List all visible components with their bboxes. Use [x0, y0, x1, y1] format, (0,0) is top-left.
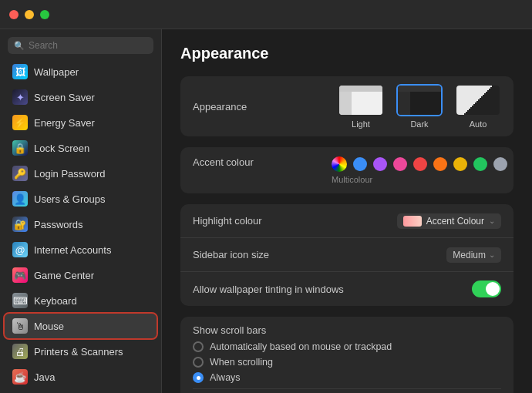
accent-dot-yellow[interactable] — [453, 157, 467, 171]
page-title: Appearance — [180, 45, 513, 62]
sidebar-icon-internetaccounts: @ — [12, 242, 28, 257]
accent-section: Accent colour Multicolour — [180, 147, 513, 193]
sidebar-icon-java: ☕ — [12, 369, 28, 385]
highlight-dropdown[interactable]: Accent Colour ⌄ — [397, 213, 501, 229]
sidebar-icon-dropdown[interactable]: Medium ⌄ — [446, 247, 501, 263]
scrollbar-option-auto[interactable]: Automatically based on mouse or trackpad — [180, 339, 513, 354]
accent-dot-red[interactable] — [413, 157, 427, 171]
radio-always[interactable] — [193, 372, 204, 383]
sidebar-icon-keyboard: ⌨ — [12, 293, 28, 308]
search-bar[interactable]: 🔍 — [8, 37, 153, 54]
thumb-label-dark: Dark — [410, 119, 428, 129]
main-layout: 🔍 🖼 Wallpaper ✦ Screen Saver ⚡ Energy Sa… — [0, 29, 532, 393]
highlight-value: Accent Colour — [426, 216, 484, 227]
sidebar-item-passwords[interactable]: 🔐 Passwords — [5, 212, 157, 237]
thumb-label-light: Light — [352, 119, 370, 129]
accent-dot-graphite[interactable] — [493, 157, 507, 171]
sidebar-icon-lockscreen: 🔒 — [12, 140, 28, 156]
sidebar-item-keyboard[interactable]: ⌨ Keyboard — [5, 288, 157, 313]
sidebar-label-passwords: Passwords — [34, 219, 83, 230]
sidebar-label-energysaver: Energy Saver — [34, 117, 95, 129]
minimize-button[interactable] — [25, 10, 34, 19]
highlight-swatch — [403, 216, 422, 227]
chevron-icon: ⌄ — [489, 217, 495, 225]
sidebar-icon-printers: 🖨 — [12, 344, 28, 359]
appearance-option-dark[interactable]: Dark — [396, 84, 443, 129]
accent-dot-pink[interactable] — [393, 157, 407, 171]
sidebar-item-loginpassword[interactable]: 🔑 Login Password — [5, 161, 157, 186]
sidebar-label-printers: Printers & Scanners — [34, 346, 123, 358]
scrollbars-section: Show scroll bars Automatically based on … — [180, 317, 513, 393]
accent-dot-purple[interactable] — [373, 157, 387, 171]
radio-scrolling[interactable] — [193, 357, 204, 368]
chevron-icon-2: ⌄ — [489, 250, 495, 259]
accent-row: Accent colour Multicolour — [180, 147, 513, 193]
sidebar-icon-energysaver: ⚡ — [12, 115, 28, 130]
thumb-img-light — [338, 84, 384, 116]
sidebar-icon-wallpaper: 🖼 — [12, 64, 28, 79]
sidebar-icon-mouse: 🖱 — [12, 318, 28, 334]
sidebar-item-internetaccounts[interactable]: @ Internet Accounts — [5, 237, 157, 262]
multicolour-label: Multicolour — [332, 175, 507, 184]
scrollbar-option-scrolling[interactable]: When scrolling — [180, 354, 513, 370]
sidebar-icon-loginpassword: 🔑 — [12, 166, 28, 181]
sidebar-item-energysaver[interactable]: ⚡ Energy Saver — [5, 110, 157, 135]
maximize-button[interactable] — [40, 10, 49, 19]
sidebar-icon-value: Medium — [453, 250, 486, 260]
sidebar-icon-screensaver: ✦ — [12, 89, 28, 105]
appearance-section: Appearance Light Dark Auto — [180, 76, 513, 136]
sidebar: 🔍 🖼 Wallpaper ✦ Screen Saver ⚡ Energy Sa… — [0, 29, 162, 393]
scrollbars-label: Show scroll bars — [180, 317, 513, 339]
search-icon: 🔍 — [14, 41, 25, 51]
sidebar-item-gamecenter[interactable]: 🎮 Game Center — [5, 263, 157, 287]
sidebar-label-java: Java — [34, 371, 55, 383]
sidebar-label-internetaccounts: Internet Accounts — [34, 244, 111, 256]
appearance-options: Light Dark Auto — [332, 84, 501, 129]
sidebar-item-wallpaper[interactable]: 🖼 Wallpaper — [5, 59, 157, 84]
wallpaper-tinting-control — [344, 280, 501, 297]
content-area: Appearance Appearance Light Dark — [162, 29, 532, 393]
appearance-label: Appearance — [193, 101, 332, 113]
sidebar-label-gamecenter: Game Center — [34, 270, 94, 281]
sidebar-list: 🖼 Wallpaper ✦ Screen Saver ⚡ Energy Save… — [0, 59, 161, 393]
sidebar-item-lockscreen[interactable]: 🔒 Lock Screen — [5, 136, 157, 160]
appearance-option-auto[interactable]: Auto — [455, 84, 501, 129]
radio-label-scrolling: When scrolling — [210, 357, 273, 368]
sidebar-item-java[interactable]: ☕ Java — [5, 364, 157, 389]
sidebar-icon-size-row: Sidebar icon size Medium ⌄ — [180, 238, 513, 272]
radio-label-auto: Automatically based on mouse or trackpad — [210, 341, 392, 352]
wallpaper-tinting-toggle[interactable] — [472, 280, 501, 297]
accent-dot-orange[interactable] — [433, 157, 447, 171]
sidebar-icon-usersgroups: 👤 — [12, 191, 28, 207]
sidebar-label-mouse: Mouse — [34, 321, 64, 332]
accent-options: Multicolour — [332, 156, 507, 184]
sidebar-label-screensaver: Screen Saver — [34, 92, 95, 103]
scrollbar-option-always[interactable]: Always — [180, 370, 513, 385]
sidebar-item-screensaver[interactable]: ✦ Screen Saver — [5, 85, 157, 109]
accent-label: Accent colour — [193, 156, 332, 168]
title-bar — [0, 0, 532, 29]
appearance-row: Appearance Light Dark Auto — [180, 76, 513, 136]
sidebar-label-keyboard: Keyboard — [34, 295, 77, 307]
radio-label-always: Always — [210, 372, 241, 383]
appearance-option-light[interactable]: Light — [338, 84, 384, 129]
sidebar-item-usersgroups[interactable]: 👤 Users & Groups — [5, 186, 157, 211]
sidebar-label-usersgroups: Users & Groups — [34, 193, 105, 205]
sidebar-icon-control: Medium ⌄ — [332, 247, 501, 263]
sidebar-item-mouse[interactable]: 🖱 Mouse — [5, 314, 157, 338]
radio-auto[interactable] — [193, 341, 204, 352]
accent-dot-green[interactable] — [473, 157, 487, 171]
sidebar-item-printers[interactable]: 🖨 Printers & Scanners — [5, 339, 157, 364]
accent-dot-blue[interactable] — [353, 157, 367, 171]
sidebar-label-lockscreen: Lock Screen — [34, 143, 89, 154]
sidebar-icon-label: Sidebar icon size — [193, 249, 332, 260]
thumb-img-dark — [396, 84, 443, 116]
search-input[interactable] — [29, 40, 147, 51]
wallpaper-tinting-row: Allow wallpaper tinting in windows — [180, 272, 513, 306]
accent-dot-multicolour[interactable] — [332, 156, 347, 172]
sidebar-icon-passwords: 🔐 — [12, 217, 28, 232]
sidebar-label-loginpassword: Login Password — [34, 168, 106, 180]
close-button[interactable] — [9, 10, 19, 19]
display-settings-section: Highlight colour Accent Colour ⌄ Sidebar… — [180, 204, 513, 306]
sidebar-label-wallpaper: Wallpaper — [34, 66, 79, 78]
